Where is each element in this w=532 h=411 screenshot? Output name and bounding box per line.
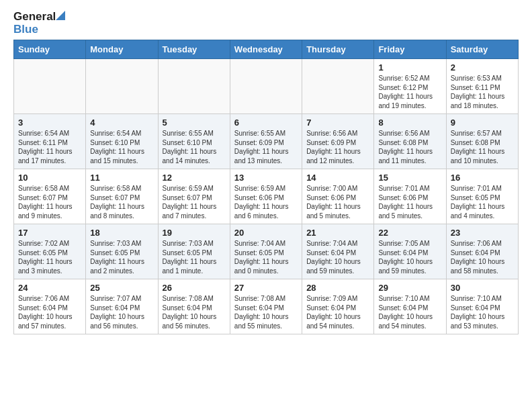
day-number: 23 [451, 228, 514, 238]
calendar-cell: 28Sunrise: 7:09 AM Sunset: 6:04 PM Dayli… [302, 279, 374, 334]
day-info: Sunrise: 7:02 AM Sunset: 6:05 PM Dayligh… [18, 239, 81, 275]
day-info: Sunrise: 6:54 AM Sunset: 6:10 PM Dayligh… [90, 129, 153, 165]
page: GeneralBlue SundayMondayTuesdayWednesday… [0, 0, 532, 345]
calendar-cell: 24Sunrise: 7:06 AM Sunset: 6:04 PM Dayli… [14, 279, 86, 334]
calendar-cell: 12Sunrise: 6:59 AM Sunset: 6:07 PM Dayli… [158, 169, 230, 224]
calendar-cell [302, 59, 374, 114]
weekday-header-thursday: Thursday [302, 40, 374, 59]
day-info: Sunrise: 7:08 AM Sunset: 6:04 PM Dayligh… [234, 294, 298, 330]
day-info: Sunrise: 6:59 AM Sunset: 6:06 PM Dayligh… [234, 184, 298, 220]
logo-blue: Blue [13, 24, 65, 36]
day-number: 21 [306, 228, 369, 238]
day-info: Sunrise: 7:00 AM Sunset: 6:06 PM Dayligh… [306, 184, 369, 220]
calendar-cell: 19Sunrise: 7:03 AM Sunset: 6:05 PM Dayli… [158, 224, 230, 279]
day-number: 2 [451, 62, 514, 73]
day-info: Sunrise: 6:52 AM Sunset: 6:12 PM Dayligh… [378, 74, 441, 110]
day-number: 25 [90, 283, 153, 293]
calendar-cell: 6Sunrise: 6:55 AM Sunset: 6:09 PM Daylig… [230, 114, 302, 169]
calendar-cell: 21Sunrise: 7:04 AM Sunset: 6:04 PM Dayli… [302, 224, 374, 279]
day-info: Sunrise: 7:09 AM Sunset: 6:04 PM Dayligh… [306, 294, 369, 330]
calendar-table: SundayMondayTuesdayWednesdayThursdayFrid… [13, 40, 519, 334]
day-info: Sunrise: 7:03 AM Sunset: 6:05 PM Dayligh… [90, 239, 153, 275]
day-number: 3 [18, 118, 81, 128]
day-info: Sunrise: 7:10 AM Sunset: 6:04 PM Dayligh… [378, 294, 441, 330]
calendar-cell: 30Sunrise: 7:10 AM Sunset: 6:04 PM Dayli… [446, 279, 518, 334]
calendar-cell: 2Sunrise: 6:53 AM Sunset: 6:11 PM Daylig… [446, 59, 518, 114]
day-info: Sunrise: 7:06 AM Sunset: 6:04 PM Dayligh… [18, 294, 81, 330]
day-number: 4 [90, 118, 153, 128]
calendar-cell [230, 59, 302, 114]
day-number: 16 [451, 173, 514, 183]
weekday-header-saturday: Saturday [446, 40, 518, 59]
day-info: Sunrise: 7:08 AM Sunset: 6:04 PM Dayligh… [163, 294, 226, 330]
calendar-cell: 5Sunrise: 6:55 AM Sunset: 6:10 PM Daylig… [158, 114, 230, 169]
day-number: 17 [18, 228, 81, 238]
calendar-cell: 14Sunrise: 7:00 AM Sunset: 6:06 PM Dayli… [302, 169, 374, 224]
weekday-header-row: SundayMondayTuesdayWednesdayThursdayFrid… [14, 40, 519, 59]
calendar-cell: 25Sunrise: 7:07 AM Sunset: 6:04 PM Dayli… [86, 279, 158, 334]
calendar-cell [158, 59, 230, 114]
day-number: 15 [378, 173, 441, 183]
day-info: Sunrise: 7:05 AM Sunset: 6:04 PM Dayligh… [378, 239, 441, 275]
day-number: 7 [306, 118, 369, 128]
calendar-cell: 1Sunrise: 6:52 AM Sunset: 6:12 PM Daylig… [374, 59, 446, 114]
calendar-week-row: 3Sunrise: 6:54 AM Sunset: 6:11 PM Daylig… [14, 114, 519, 169]
day-info: Sunrise: 7:07 AM Sunset: 6:04 PM Dayligh… [90, 294, 153, 330]
weekday-header-monday: Monday [86, 40, 158, 59]
calendar-cell: 3Sunrise: 6:54 AM Sunset: 6:11 PM Daylig… [14, 114, 86, 169]
day-info: Sunrise: 6:58 AM Sunset: 6:07 PM Dayligh… [18, 184, 81, 220]
day-number: 24 [18, 283, 81, 293]
weekday-header-wednesday: Wednesday [230, 40, 302, 59]
weekday-header-tuesday: Tuesday [158, 40, 230, 59]
calendar-cell: 7Sunrise: 6:56 AM Sunset: 6:09 PM Daylig… [302, 114, 374, 169]
day-number: 29 [378, 283, 441, 293]
header: GeneralBlue [13, 11, 519, 36]
day-info: Sunrise: 6:55 AM Sunset: 6:09 PM Dayligh… [234, 129, 298, 165]
day-number: 11 [90, 173, 153, 183]
day-number: 8 [378, 118, 441, 128]
logo-general: General [13, 11, 65, 24]
day-number: 20 [234, 228, 298, 238]
day-info: Sunrise: 6:53 AM Sunset: 6:11 PM Dayligh… [451, 74, 514, 110]
day-info: Sunrise: 7:10 AM Sunset: 6:04 PM Dayligh… [451, 294, 514, 330]
calendar-cell: 8Sunrise: 6:56 AM Sunset: 6:08 PM Daylig… [374, 114, 446, 169]
day-info: Sunrise: 6:58 AM Sunset: 6:07 PM Dayligh… [90, 184, 153, 220]
day-number: 14 [306, 173, 369, 183]
day-number: 6 [234, 118, 298, 128]
day-number: 13 [234, 173, 298, 183]
calendar-cell [14, 59, 86, 114]
calendar-cell: 9Sunrise: 6:57 AM Sunset: 6:08 PM Daylig… [446, 114, 518, 169]
calendar-cell: 23Sunrise: 7:06 AM Sunset: 6:04 PM Dayli… [446, 224, 518, 279]
day-info: Sunrise: 6:57 AM Sunset: 6:08 PM Dayligh… [451, 129, 514, 165]
day-number: 10 [18, 173, 81, 183]
calendar-cell: 20Sunrise: 7:04 AM Sunset: 6:05 PM Dayli… [230, 224, 302, 279]
day-number: 1 [378, 62, 441, 73]
calendar-cell: 18Sunrise: 7:03 AM Sunset: 6:05 PM Dayli… [86, 224, 158, 279]
logo-text: GeneralBlue [13, 11, 65, 36]
calendar-cell: 11Sunrise: 6:58 AM Sunset: 6:07 PM Dayli… [86, 169, 158, 224]
calendar-cell: 26Sunrise: 7:08 AM Sunset: 6:04 PM Dayli… [158, 279, 230, 334]
day-info: Sunrise: 7:04 AM Sunset: 6:05 PM Dayligh… [234, 239, 298, 275]
day-number: 30 [451, 283, 514, 293]
calendar-cell: 29Sunrise: 7:10 AM Sunset: 6:04 PM Dayli… [374, 279, 446, 334]
day-info: Sunrise: 7:04 AM Sunset: 6:04 PM Dayligh… [306, 239, 369, 275]
calendar-week-row: 17Sunrise: 7:02 AM Sunset: 6:05 PM Dayli… [14, 224, 519, 279]
day-number: 22 [378, 228, 441, 238]
day-number: 19 [163, 228, 226, 238]
day-info: Sunrise: 7:01 AM Sunset: 6:06 PM Dayligh… [378, 184, 441, 220]
day-info: Sunrise: 7:03 AM Sunset: 6:05 PM Dayligh… [163, 239, 226, 275]
calendar-cell: 4Sunrise: 6:54 AM Sunset: 6:10 PM Daylig… [86, 114, 158, 169]
day-info: Sunrise: 6:56 AM Sunset: 6:09 PM Dayligh… [306, 129, 369, 165]
calendar-cell: 13Sunrise: 6:59 AM Sunset: 6:06 PM Dayli… [230, 169, 302, 224]
calendar-cell: 22Sunrise: 7:05 AM Sunset: 6:04 PM Dayli… [374, 224, 446, 279]
day-number: 27 [234, 283, 298, 293]
calendar-cell: 16Sunrise: 7:01 AM Sunset: 6:05 PM Dayli… [446, 169, 518, 224]
calendar-week-row: 1Sunrise: 6:52 AM Sunset: 6:12 PM Daylig… [14, 59, 519, 114]
weekday-header-friday: Friday [374, 40, 446, 59]
weekday-header-sunday: Sunday [14, 40, 86, 59]
svg-marker-0 [56, 11, 65, 20]
calendar-cell: 15Sunrise: 7:01 AM Sunset: 6:06 PM Dayli… [374, 169, 446, 224]
calendar-week-row: 24Sunrise: 7:06 AM Sunset: 6:04 PM Dayli… [14, 279, 519, 334]
logo: GeneralBlue [13, 11, 65, 36]
calendar-cell [86, 59, 158, 114]
